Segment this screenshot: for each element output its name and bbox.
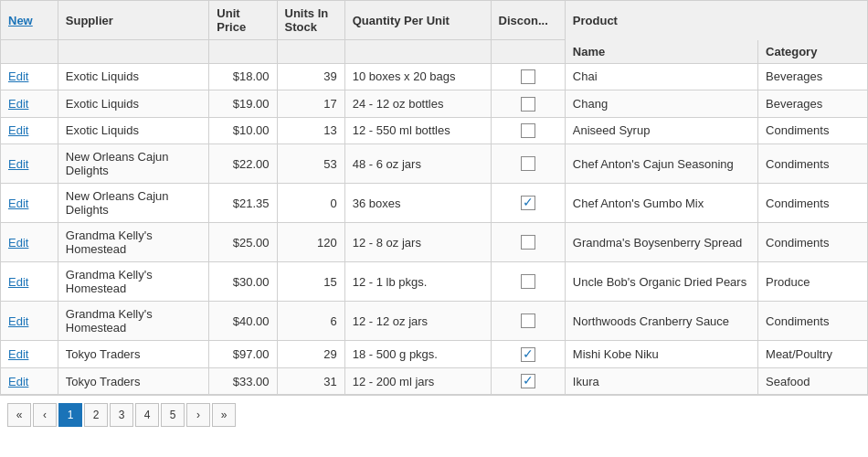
edit-cell: Edit [1, 144, 58, 184]
discontinued-cell [491, 144, 565, 184]
edit-link[interactable]: Edit [8, 157, 28, 171]
product-name-cell: Northwoods Cranberry Sauce [565, 302, 757, 341]
discontinued-cell [491, 223, 565, 262]
units-in-stock-cell: 0 [277, 184, 344, 223]
supplier-cell: New Orleans Cajun Delights [58, 184, 209, 223]
product-name-cell: Mishi Kobe Niku [565, 341, 757, 368]
pagination-prev[interactable]: ‹ [33, 403, 57, 427]
pagination-page-2[interactable]: 2 [84, 403, 108, 427]
category-cell: Condiments [758, 302, 868, 341]
edit-link[interactable]: Edit [8, 347, 28, 361]
th-product-name: Name [565, 40, 757, 64]
category-cell: Seafood [758, 367, 868, 395]
pagination-page-5[interactable]: 5 [161, 403, 185, 427]
edit-link[interactable]: Edit [8, 275, 28, 289]
edit-cell: Edit [1, 302, 58, 341]
category-cell: Condiments [758, 223, 868, 262]
th-unit-price-sub [209, 40, 277, 64]
qty-per-unit-cell: 12 - 200 ml jars [344, 367, 491, 395]
th-new-sub [1, 40, 58, 64]
qty-per-unit-cell: 18 - 500 g pkgs. [344, 341, 491, 368]
category-cell: Beverages [758, 63, 868, 90]
discontinued-checkbox[interactable] [521, 123, 535, 138]
edit-link[interactable]: Edit [8, 69, 28, 83]
qty-per-unit-cell: 10 boxes x 20 bags [344, 63, 491, 90]
pagination-page-3[interactable]: 3 [110, 403, 133, 427]
discontinued-cell [491, 63, 565, 90]
edit-cell: Edit [1, 63, 58, 90]
th-discontinued: Discon... [491, 1, 565, 40]
discontinued-checkbox[interactable] [521, 347, 535, 362]
product-name-cell: Chef Anton's Gumbo Mix [565, 184, 757, 223]
discontinued-cell [491, 367, 565, 395]
qty-per-unit-cell: 36 boxes [344, 184, 491, 223]
table-row: EditNew Orleans Cajun Delights$21.35036 … [1, 184, 868, 223]
edit-link[interactable]: Edit [8, 236, 28, 250]
qty-per-unit-cell: 12 - 550 ml bottles [344, 117, 491, 144]
discontinued-checkbox[interactable] [521, 274, 535, 289]
units-in-stock-cell: 53 [277, 144, 344, 184]
supplier-cell: Grandma Kelly's Homestead [58, 262, 209, 302]
product-name-cell: Aniseed Syrup [565, 117, 757, 144]
qty-per-unit-cell: 12 - 8 oz jars [344, 223, 491, 262]
qty-per-unit-cell: 48 - 6 oz jars [344, 144, 491, 184]
supplier-cell: New Orleans Cajun Delights [58, 144, 209, 184]
discontinued-cell [491, 184, 565, 223]
category-cell: Condiments [758, 117, 868, 144]
edit-link[interactable]: Edit [8, 314, 28, 328]
edit-link[interactable]: Edit [8, 375, 28, 388]
th-product-group: Product [565, 1, 867, 40]
th-units-in-stock: Units In Stock [277, 1, 344, 40]
product-name-cell: Ikura [565, 367, 757, 395]
products-table: New Supplier Unit Price Units In Stock Q… [0, 0, 868, 395]
edit-link[interactable]: Edit [8, 123, 28, 137]
discontinued-cell [491, 341, 565, 368]
supplier-cell: Tokyo Traders [58, 367, 209, 395]
discontinued-cell [491, 90, 565, 118]
edit-cell: Edit [1, 184, 58, 223]
units-in-stock-cell: 17 [277, 90, 344, 118]
pagination: « ‹ 1 2 3 4 5 › » [0, 395, 868, 434]
main-table-container: New Supplier Unit Price Units In Stock Q… [0, 0, 868, 434]
pagination-page-1[interactable]: 1 [58, 403, 82, 427]
pagination-page-4[interactable]: 4 [135, 403, 159, 427]
product-name-cell: Grandma's Boysenberry Spread [565, 223, 757, 262]
discontinued-checkbox[interactable] [521, 196, 535, 210]
pagination-first[interactable]: « [7, 403, 31, 427]
table-row: EditExotic Liquids$18.003910 boxes x 20 … [1, 63, 868, 90]
discontinued-checkbox[interactable] [521, 97, 535, 112]
unit-price-cell: $25.00 [209, 223, 277, 262]
pagination-next[interactable]: › [186, 403, 210, 427]
discontinued-checkbox[interactable] [521, 314, 535, 328]
product-name-cell: Chai [565, 63, 757, 90]
category-cell: Condiments [758, 184, 868, 223]
th-supplier-sub [58, 40, 209, 64]
discontinued-checkbox[interactable] [521, 69, 535, 84]
th-qty-per-unit-sub [344, 40, 491, 64]
table-row: EditTokyo Traders$97.002918 - 500 g pkgs… [1, 341, 868, 368]
th-qty-per-unit: Quantity Per Unit [344, 1, 491, 40]
edit-cell: Edit [1, 262, 58, 302]
edit-link[interactable]: Edit [8, 197, 28, 210]
table-row: EditGrandma Kelly's Homestead$25.0012012… [1, 223, 868, 262]
edit-cell: Edit [1, 367, 58, 395]
edit-link[interactable]: Edit [8, 97, 28, 111]
discontinued-checkbox[interactable] [521, 235, 535, 250]
edit-cell: Edit [1, 223, 58, 262]
product-name-cell: Chef Anton's Cajun Seasoning [565, 144, 757, 184]
table-row: EditExotic Liquids$19.001724 - 12 oz bot… [1, 90, 868, 118]
pagination-last[interactable]: » [212, 403, 236, 427]
table-row: EditGrandma Kelly's Homestead$30.001512 … [1, 262, 868, 302]
new-link[interactable]: New [8, 14, 33, 27]
table-body: EditExotic Liquids$18.003910 boxes x 20 … [1, 63, 868, 395]
th-supplier: Supplier [58, 1, 209, 40]
category-cell: Produce [758, 262, 868, 302]
product-name-cell: Uncle Bob's Organic Dried Pears [565, 262, 757, 302]
supplier-cell: Exotic Liquids [58, 117, 209, 144]
supplier-cell: Grandma Kelly's Homestead [58, 223, 209, 262]
discontinued-checkbox[interactable] [521, 374, 535, 388]
supplier-cell: Exotic Liquids [58, 63, 209, 90]
table-row: EditNew Orleans Cajun Delights$22.005348… [1, 144, 868, 184]
discontinued-checkbox[interactable] [521, 156, 535, 171]
units-in-stock-cell: 29 [277, 341, 344, 368]
